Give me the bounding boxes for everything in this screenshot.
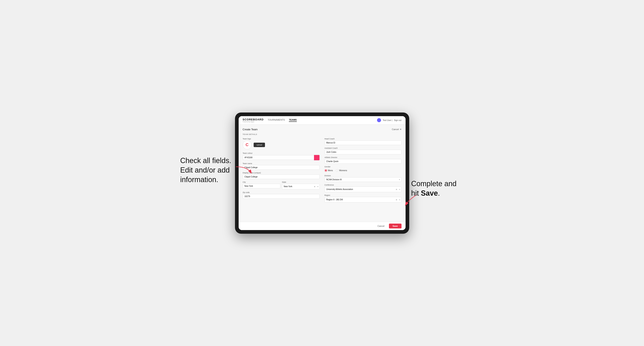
display-name-input[interactable] [243,174,320,179]
team-logo-label: Team logo [243,138,320,140]
head-coach-label: Head Coach [324,138,402,140]
conference-value: University Athletic Association [326,188,396,190]
tablet-frame: SCOREBOARD Powered by clippd TOURNAMENTS… [235,113,409,234]
zip-input[interactable] [243,194,320,199]
city-input[interactable] [243,184,280,188]
brand-name: SCOREBOARD [243,118,264,121]
gender-label: Gender [324,166,402,168]
division-select[interactable]: NCAA Division III [324,177,402,182]
colour-swatch[interactable] [314,155,320,161]
team-name-input[interactable] [243,165,320,170]
form-left: Team logo C Upload Team colour [243,138,320,202]
radio-dot-mens [324,169,327,172]
state-label: State [282,181,320,183]
state-arrow-icon: ▾ [318,185,318,187]
page-header: Create Team Cancel ✕ [243,128,402,131]
modal-footer: Cancel Save [239,222,406,230]
page-title: Create Team [243,128,258,131]
main-content: Create Team Cancel ✕ TEAM DETAILS Team l… [239,125,406,222]
section-label: TEAM DETAILS [243,133,402,135]
page-wrapper: Check all fields. Edit and/or add inform… [180,113,464,234]
form-grid: Team logo C Upload Team colour [243,138,402,202]
tablet-screen: SCOREBOARD Powered by clippd TOURNAMENTS… [239,116,406,230]
city-label: City [243,181,280,183]
upload-button[interactable]: Upload [254,143,265,147]
team-logo-group: Team logo C Upload [243,138,320,150]
head-coach-group: Head Coach [324,138,402,145]
team-colour-label: Team colour [243,152,320,154]
colour-input[interactable] [243,155,314,160]
assistant-coach-group: Assistant Coach [324,147,402,154]
city-state-row: City State New York ✕ ▾ [243,181,320,189]
state-value: New York [284,185,314,187]
region-group: Region Region II - (M) DIII ✕ ▾ [324,194,402,202]
conference-arrow-icon: ▾ [399,188,400,190]
region-clear-icon[interactable]: ✕ [396,198,397,201]
city-state-group: City State New York ✕ ▾ [243,181,320,189]
nav-teams[interactable]: TEAMS [289,119,297,122]
user-avatar [377,118,381,122]
zip-label: Zip code [243,191,320,193]
team-logo-circle: C [243,141,252,149]
team-name-label: Team name [243,163,320,165]
division-group: Division NCAA Division III ▾ [324,174,402,182]
team-colour-group: Team colour [243,152,320,161]
conference-clear-icon[interactable]: ✕ [396,188,397,190]
city-group: City [243,181,280,189]
brand-subtitle: Powered by clippd [243,121,264,122]
conference-select-wrapper[interactable]: University Athletic Association ✕ ▾ [324,186,402,192]
radio-dot-womens [336,169,338,172]
left-annotation: Check all fields. Edit and/or add inform… [180,156,233,184]
navbar: SCOREBOARD Powered by clippd TOURNAMENTS… [239,116,406,125]
assistant-coach-label: Assistant Coach [324,147,402,149]
save-button[interactable]: Save [389,224,402,228]
brand-logo: SCOREBOARD Powered by clippd [243,118,264,122]
athletic-director-group: Athletic Director [324,157,402,164]
form-right: Head Coach Assistant Coach Athletic Dire… [324,138,402,202]
conference-label: Conference [324,184,402,186]
division-select-wrapper: NCAA Division III ▾ [324,177,402,182]
radio-womens[interactable]: Womens [336,169,347,172]
region-arrow-icon: ▾ [399,199,400,200]
head-coach-input[interactable] [324,141,402,145]
user-label: Test User | [383,119,392,121]
display-name-label: Display name (unique) [243,172,320,174]
radio-group: Mens Womens [324,168,402,173]
athletic-director-input[interactable] [324,159,402,164]
state-clear-icon[interactable]: ✕ [314,185,316,187]
region-select-wrapper[interactable]: Region II - (M) DIII ✕ ▾ [324,197,402,202]
cancel-header-button[interactable]: Cancel ✕ [392,128,401,131]
region-value: Region II - (M) DIII [326,198,396,201]
team-name-group: Team name [243,163,320,170]
gender-group: Gender Mens Womens [324,166,402,173]
assistant-coach-input[interactable] [324,150,402,154]
zip-group: Zip code [243,191,320,199]
conference-group: Conference University Athletic Associati… [324,184,402,192]
region-label: Region [324,194,402,196]
navbar-right: Test User | Sign out [377,118,401,122]
state-group: State New York ✕ ▾ [282,181,320,189]
logo-area: C Upload [243,141,320,149]
display-name-group: Display name (unique) [243,172,320,179]
athletic-director-label: Athletic Director [324,157,402,159]
nav-tournaments[interactable]: TOURNAMENTS [268,119,285,122]
sign-out-link[interactable]: Sign out [394,119,402,121]
cancel-button[interactable]: Cancel [375,224,387,228]
division-label: Division [324,174,402,177]
colour-field-wrapper [243,155,320,161]
state-select-wrapper[interactable]: New York ✕ ▾ [282,184,320,189]
nav-links: TOURNAMENTS TEAMS [268,119,377,122]
radio-mens[interactable]: Mens [324,169,333,172]
right-annotation: Complete and hit Save. [411,179,464,198]
